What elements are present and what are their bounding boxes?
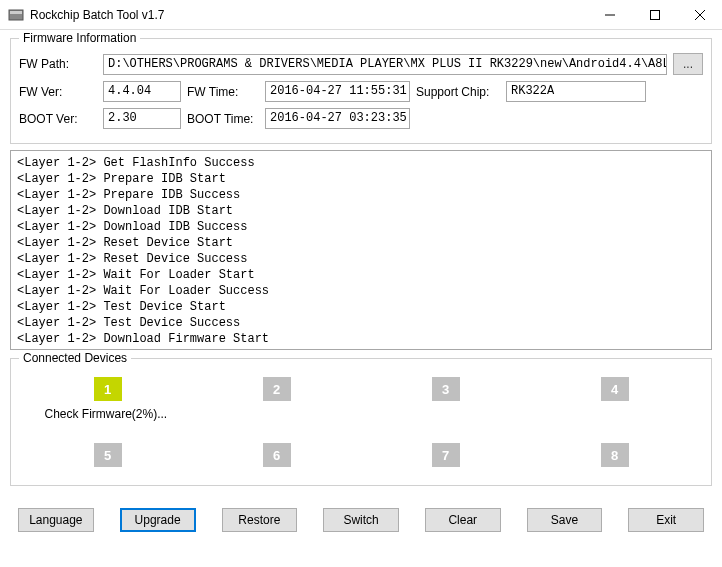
button-bar: Language Upgrade Restore Switch Clear Sa… [10,504,712,536]
svg-rect-3 [650,10,659,19]
fw-path-input[interactable]: D:\OTHERS\PROGRAMS & DRIVERS\MEDIA PLAYE… [103,54,667,75]
upgrade-button[interactable]: Upgrade [120,508,196,532]
firmware-section-title: Firmware Information [19,31,140,45]
language-button[interactable]: Language [18,508,94,532]
close-button[interactable] [677,0,722,29]
device-1-status: Check Firmware(2%)... [33,407,183,421]
firmware-info-group: Firmware Information FW Path: D:\OTHERS\… [10,38,712,144]
fw-time-label: FW Time: [187,85,259,99]
boot-ver-label: BOOT Ver: [19,112,97,126]
device-slot-1[interactable]: 1 [94,377,122,401]
window-title: Rockchip Batch Tool v1.7 [30,8,587,22]
device-slot-6[interactable]: 6 [263,443,291,467]
boot-time-input[interactable]: 2016-04-27 03:23:35 [265,108,410,129]
save-button[interactable]: Save [527,508,603,532]
device-slot-3[interactable]: 3 [432,377,460,401]
fw-ver-label: FW Ver: [19,85,97,99]
device-slot-5[interactable]: 5 [94,443,122,467]
log-textarea[interactable]: <Layer 1-2> Get FlashInfo Success <Layer… [10,150,712,350]
connected-devices-group: Connected Devices 1 Check Firmware(2%)..… [10,358,712,486]
boot-ver-input[interactable]: 2.30 [103,108,181,129]
device-slot-8[interactable]: 8 [601,443,629,467]
app-icon [8,7,24,23]
minimize-button[interactable] [587,0,632,29]
clear-button[interactable]: Clear [425,508,501,532]
titlebar: Rockchip Batch Tool v1.7 [0,0,722,30]
svg-rect-1 [10,11,22,14]
chip-input[interactable]: RK322A [506,81,646,102]
device-slot-7[interactable]: 7 [432,443,460,467]
exit-button[interactable]: Exit [628,508,704,532]
fw-path-label: FW Path: [19,57,97,71]
devices-section-title: Connected Devices [19,351,131,365]
device-slot-4[interactable]: 4 [601,377,629,401]
boot-time-label: BOOT Time: [187,112,259,126]
maximize-button[interactable] [632,0,677,29]
fw-ver-input[interactable]: 4.4.04 [103,81,181,102]
fw-time-input[interactable]: 2016-04-27 11:55:31 [265,81,410,102]
device-slot-2[interactable]: 2 [263,377,291,401]
switch-button[interactable]: Switch [323,508,399,532]
restore-button[interactable]: Restore [222,508,298,532]
browse-button[interactable]: ... [673,53,703,75]
chip-label: Support Chip: [416,85,500,99]
window-controls [587,0,722,29]
